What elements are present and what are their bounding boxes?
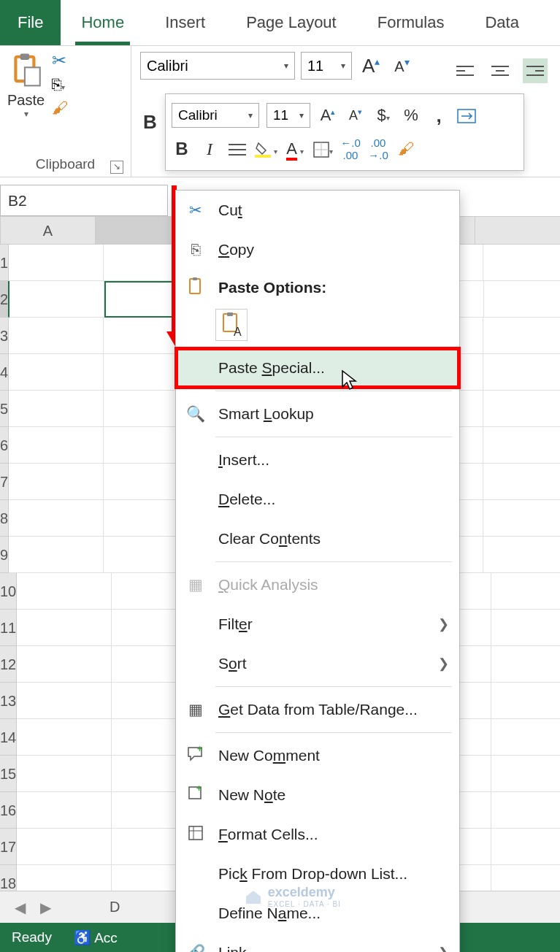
- font-size-combo[interactable]: 11▾: [301, 52, 352, 80]
- name-box[interactable]: B2: [0, 185, 168, 216]
- cut-icon[interactable]: ✂: [52, 50, 68, 71]
- mini-bold-icon[interactable]: B: [172, 139, 192, 159]
- status-accessibility[interactable]: ♿ Acc: [74, 929, 118, 946]
- cell[interactable]: [9, 464, 104, 500]
- row-header[interactable]: 17: [0, 829, 17, 865]
- mini-decrease-font-icon[interactable]: A▾: [345, 107, 366, 123]
- ctx-smart-lookup[interactable]: 🔍 Smart Lookup: [176, 394, 459, 434]
- cell[interactable]: [483, 245, 560, 281]
- sheet-nav-prev-icon[interactable]: ◀: [15, 899, 26, 916]
- align-center-icon[interactable]: [488, 58, 513, 83]
- tab-insert[interactable]: Insert: [145, 0, 226, 45]
- font-name-combo[interactable]: Calibri▾: [140, 52, 295, 80]
- row-header[interactable]: 8: [0, 500, 9, 537]
- cell[interactable]: [17, 610, 112, 646]
- cell[interactable]: [491, 683, 560, 719]
- align-left-icon[interactable]: [453, 58, 477, 83]
- cell[interactable]: [9, 537, 104, 573]
- mini-comma-icon[interactable]: ,: [429, 104, 449, 127]
- cell[interactable]: [491, 646, 560, 683]
- row-header[interactable]: 3: [0, 318, 9, 354]
- mini-align-icon[interactable]: [227, 139, 248, 158]
- mini-decrease-decimal-icon[interactable]: .00→.0: [368, 137, 388, 161]
- row-header[interactable]: 1: [0, 245, 9, 281]
- cell[interactable]: [483, 427, 560, 464]
- cell[interactable]: [17, 792, 112, 829]
- decrease-font-icon[interactable]: A▾: [390, 56, 413, 75]
- clipboard-launcher[interactable]: ↘: [110, 161, 123, 174]
- cell[interactable]: [491, 719, 560, 756]
- cell[interactable]: [17, 829, 112, 865]
- row-header[interactable]: 5: [0, 391, 9, 427]
- row-header[interactable]: 14: [0, 719, 17, 756]
- mini-borders-icon[interactable]: ▾: [312, 139, 333, 158]
- format-painter-icon[interactable]: 🖌: [52, 99, 68, 118]
- ctx-new-comment[interactable]: + New Comment: [176, 736, 459, 775]
- row-header[interactable]: 7: [0, 464, 9, 500]
- cell[interactable]: [9, 318, 104, 354]
- tab-file[interactable]: File: [0, 0, 61, 45]
- col-header-F[interactable]: [475, 217, 560, 244]
- row-header[interactable]: 6: [0, 427, 9, 464]
- increase-font-icon[interactable]: A▴: [358, 55, 384, 77]
- tab-home[interactable]: Home: [61, 0, 145, 45]
- ctx-insert[interactable]: Insert...: [176, 440, 459, 480]
- cell[interactable]: [9, 500, 104, 537]
- ctx-cut[interactable]: ✂ Cut: [176, 191, 459, 230]
- cell[interactable]: [491, 829, 560, 865]
- tab-formulas[interactable]: Formulas: [357, 0, 465, 45]
- cell[interactable]: [483, 318, 560, 354]
- row-header[interactable]: 12: [0, 646, 17, 683]
- row-header[interactable]: 13: [0, 683, 17, 719]
- tab-page-layout[interactable]: Page Layout: [226, 0, 357, 45]
- sheet-nav-next-icon[interactable]: ▶: [40, 899, 51, 916]
- ctx-delete[interactable]: Delete...: [176, 480, 459, 519]
- cell[interactable]: [9, 354, 104, 391]
- mini-font-color-icon[interactable]: A▾: [285, 139, 305, 158]
- cell[interactable]: [483, 500, 560, 537]
- mini-italic-icon[interactable]: I: [199, 139, 220, 159]
- cell[interactable]: [9, 281, 104, 318]
- row-header[interactable]: 9: [0, 537, 9, 573]
- ctx-get-data[interactable]: ▦ Get Data from Table/Range...: [176, 690, 459, 729]
- row-header[interactable]: 10: [0, 573, 17, 610]
- ctx-new-note[interactable]: + New Note: [176, 775, 459, 815]
- paste-keep-text-icon[interactable]: A: [215, 309, 248, 341]
- mini-increase-decimal-icon[interactable]: ←.0.00: [340, 137, 361, 161]
- cell[interactable]: [483, 537, 560, 573]
- cell[interactable]: [491, 756, 560, 792]
- mini-fill-color-icon[interactable]: ▾: [255, 139, 277, 158]
- mini-increase-font-icon[interactable]: A▴: [318, 106, 338, 125]
- row-header[interactable]: 15: [0, 756, 17, 792]
- row-header[interactable]: 16: [0, 792, 17, 829]
- mini-font-name[interactable]: Calibri▾: [172, 103, 259, 128]
- cell[interactable]: [483, 391, 560, 427]
- cell[interactable]: [483, 464, 560, 500]
- cell[interactable]: [491, 792, 560, 829]
- align-right-icon[interactable]: [523, 58, 548, 83]
- tab-data[interactable]: Data: [464, 0, 539, 45]
- mini-percent-icon[interactable]: %: [401, 106, 421, 125]
- mini-font-size[interactable]: 11▾: [266, 103, 310, 128]
- cell[interactable]: [484, 281, 560, 318]
- mini-merge-icon[interactable]: [456, 106, 477, 125]
- ctx-paste-special[interactable]: Paste Special...: [176, 348, 459, 388]
- mini-currency-icon[interactable]: $▾: [373, 106, 394, 125]
- cell[interactable]: [17, 719, 112, 756]
- row-header[interactable]: 2: [0, 281, 9, 318]
- cell[interactable]: [17, 683, 112, 719]
- ctx-copy[interactable]: ⎘ Copy: [176, 230, 459, 269]
- ctx-filter[interactable]: Filter ❯: [176, 604, 459, 644]
- cell[interactable]: [491, 610, 560, 646]
- ctx-clear-contents[interactable]: Clear Contents: [176, 519, 459, 558]
- paste-button[interactable]: Paste ▾: [7, 50, 45, 119]
- cell[interactable]: [491, 573, 560, 610]
- cell[interactable]: [17, 756, 112, 792]
- ctx-format-cells[interactable]: Format Cells...: [176, 815, 459, 854]
- cell[interactable]: [9, 391, 104, 427]
- row-header[interactable]: 11: [0, 610, 17, 646]
- cell[interactable]: [9, 245, 104, 281]
- mini-format-painter-icon[interactable]: 🖌: [396, 139, 416, 158]
- col-header-A[interactable]: A: [1, 217, 96, 244]
- row-header[interactable]: 4: [0, 354, 9, 391]
